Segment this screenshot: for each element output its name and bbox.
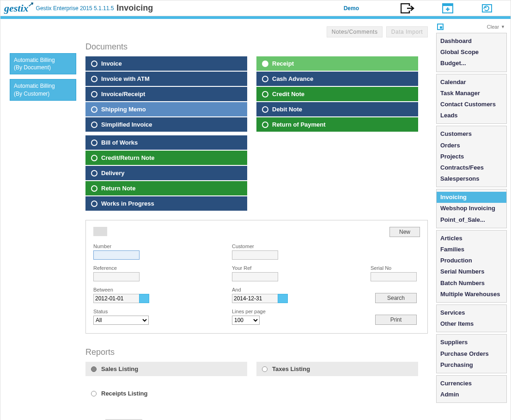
sidebar-link[interactable]: Global Scope (439, 47, 504, 58)
documents-heading: Documents (85, 42, 428, 52)
between-field: Between (93, 287, 232, 303)
sidebar-toggle-icon[interactable] (437, 24, 444, 30)
document-option[interactable]: Invoice/Receipt (85, 87, 247, 101)
left-sidebar: Automatic Billing(By Document) Automatic… (0, 21, 79, 420)
document-option[interactable]: Debit Note (256, 102, 418, 116)
sidebar-link[interactable]: Leads (439, 110, 504, 121)
lines-per-page-select[interactable]: 100 (232, 316, 260, 325)
reference-label: Reference (93, 265, 232, 271)
sidebar-link[interactable]: Services (439, 307, 504, 318)
document-option[interactable]: Credit Note (256, 87, 418, 101)
sidebar-link[interactable]: Suppliers (439, 337, 504, 348)
document-option[interactable]: Return Note (85, 181, 247, 195)
sidebar-link[interactable]: Admin (439, 389, 504, 400)
notes-comments-tab[interactable]: Notes/Comments (327, 26, 383, 37)
serial-input[interactable] (371, 272, 417, 281)
sidebar-link[interactable]: Point_of_Sale... (439, 214, 504, 225)
topbar: gestix↗ Gestix Enterprise 2015 5.1.11.5 … (0, 0, 511, 16)
and-datepicker-icon[interactable] (278, 294, 288, 303)
sidebar-link[interactable]: Currencies (439, 378, 504, 389)
between-label: Between (93, 287, 232, 292)
auto-billing-doc-button[interactable]: Automatic Billing(By Document) (10, 53, 76, 74)
search-button[interactable]: Search (375, 293, 417, 303)
sidebar-link[interactable]: Batch Numbers (439, 278, 504, 289)
lines-per-page-field: Lines per page 100 (232, 309, 371, 325)
sidebar-link[interactable]: Purchasing (439, 359, 504, 371)
your-ref-field: Your Ref (232, 265, 371, 281)
main-content: Notes/Comments Data Import Documents Inv… (79, 21, 434, 420)
sidebar-group: DashboardGlobal ScopeBudget... (436, 33, 507, 72)
sidebar-link[interactable]: Other Items (439, 318, 504, 329)
number-label: Number (93, 243, 232, 249)
number-input[interactable] (93, 250, 140, 260)
document-option[interactable]: Bill of Works (85, 135, 247, 150)
sidebar-link[interactable]: Invoicing (437, 192, 506, 203)
sidebar-link[interactable]: Salespersons (439, 173, 504, 184)
refresh-icon[interactable] (481, 3, 493, 13)
app-version: Gestix Enterprise 2015 5.1.11.5 (36, 5, 114, 12)
document-option[interactable]: Shipping Memo (85, 102, 247, 116)
serial-field: Serial No (371, 265, 417, 281)
clear-select[interactable]: Clear▼ (487, 24, 505, 30)
sidebar-group: InvoicingWebshop InvoicingPoint_of_Sale.… (436, 189, 507, 228)
sidebar-link[interactable]: Families (439, 244, 504, 255)
sidebar-link[interactable]: Multiple Warehouses (439, 289, 504, 300)
and-field: And (232, 287, 371, 303)
sidebar-link[interactable]: Serial Numbers (439, 266, 504, 277)
sidebar-link[interactable]: Dashboard (439, 36, 504, 47)
report-receipts-listing[interactable]: Receipts Listing (85, 386, 247, 401)
demo-link[interactable]: Demo (344, 5, 359, 12)
right-sidebar: Clear▼ DashboardGlobal ScopeBudget...Cal… (434, 21, 511, 420)
sidebar-link[interactable]: Purchase Orders (439, 348, 504, 359)
sidebar-link[interactable]: Articles (439, 233, 504, 244)
document-option[interactable]: Delivery (85, 166, 247, 180)
data-import-tab[interactable]: Data Import (386, 26, 428, 37)
document-option[interactable]: Credit/Return Note (85, 151, 247, 165)
and-label: And (232, 287, 371, 292)
logo-arrow-icon: ↗ (28, 0, 33, 8)
svg-rect-3 (443, 4, 453, 6)
search-panel: New Number Customer Reference Your Ref (85, 220, 428, 334)
sidebar-group: CustomersOrdersProjectsContracts/FeesSal… (436, 126, 507, 187)
document-option[interactable]: Invoice (85, 56, 247, 71)
sidebar-link[interactable]: Production (439, 255, 504, 266)
auto-billing-customer-button[interactable]: Automatic Billing(By Customer) (10, 79, 76, 100)
customer-field: Customer (232, 243, 371, 260)
your-ref-input[interactable] (232, 272, 278, 281)
document-option[interactable]: Return of Payment (256, 117, 418, 132)
page-title: Invoicing (116, 3, 153, 13)
between-datepicker-icon[interactable] (139, 294, 149, 303)
document-option[interactable]: Invoice with ATM (85, 72, 247, 86)
status-label: Status (93, 309, 232, 314)
print-button[interactable]: Print (375, 315, 417, 325)
status-field: Status All (93, 309, 232, 325)
report-taxes-listing[interactable]: Taxes Listing (256, 362, 418, 376)
sidebar-link[interactable]: Task Manager (439, 88, 504, 99)
reference-input[interactable] (93, 272, 140, 281)
new-button[interactable]: New (389, 227, 420, 237)
sidebar-link[interactable]: Projects (439, 151, 504, 162)
sidebar-link[interactable]: Contact Customers (439, 99, 504, 110)
between-input[interactable] (93, 294, 140, 303)
toolbar: Notes/Comments Data Import (85, 26, 428, 37)
report-sales-listing[interactable]: Sales Listing (85, 362, 247, 376)
status-select[interactable]: All (93, 316, 149, 325)
customer-input[interactable] (232, 250, 278, 260)
serial-label: Serial No (371, 265, 417, 271)
and-input[interactable] (232, 294, 278, 303)
sidebar-group: ArticlesFamiliesProductionSerial Numbers… (436, 230, 507, 303)
document-option[interactable]: Simplified Invoice (85, 117, 247, 132)
logout-icon[interactable] (401, 3, 414, 13)
sidebar-link[interactable]: Budget... (439, 58, 504, 69)
document-option[interactable]: Cash Advance (256, 72, 418, 86)
number-field: Number (93, 243, 232, 260)
document-option[interactable]: Receipt (256, 56, 418, 71)
sidebar-link[interactable]: Webshop Invoicing (439, 203, 504, 214)
sidebar-link[interactable]: Customers (439, 128, 504, 140)
sidebar-link[interactable]: Calendar (439, 77, 504, 88)
reference-field: Reference (93, 265, 232, 281)
add-window-icon[interactable] (442, 3, 453, 13)
document-option[interactable]: Works in Progress (85, 196, 247, 211)
sidebar-link[interactable]: Orders (439, 140, 504, 151)
sidebar-link[interactable]: Contracts/Fees (439, 162, 504, 173)
